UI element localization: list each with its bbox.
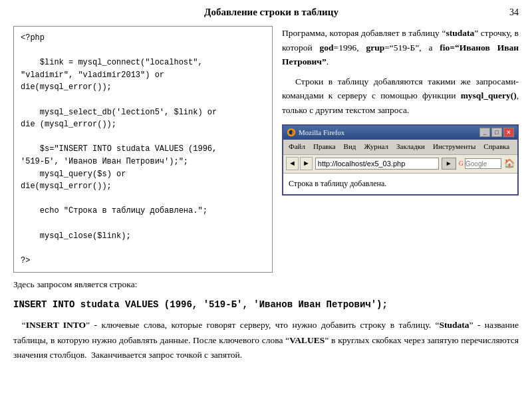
menu-history[interactable]: Журнал bbox=[360, 140, 392, 154]
back-button[interactable]: ◄ bbox=[286, 157, 299, 170]
menu-file[interactable]: Файл bbox=[285, 140, 309, 154]
firefox-toolbar: ◄ ► ► G 🏠 bbox=[283, 155, 517, 174]
explanation-text: “INSERT INTO” - ключевые слова, которые … bbox=[13, 318, 519, 362]
search-bar: G bbox=[459, 158, 501, 169]
menu-edit[interactable]: Правка bbox=[309, 140, 340, 154]
close-button[interactable]: ✕ bbox=[503, 128, 514, 137]
firefox-page-content: Строка в таблицу добавлена. bbox=[289, 179, 386, 188]
menu-tools[interactable]: Инструменты bbox=[429, 140, 479, 154]
left-panel: <?php $link = mysql_connect("localhost",… bbox=[13, 26, 273, 290]
url-bar[interactable] bbox=[315, 158, 439, 170]
firefox-title-left: Mozilla Firefox bbox=[287, 127, 344, 139]
menu-bookmarks[interactable]: Закладки bbox=[392, 140, 429, 154]
menu-help[interactable]: Справка bbox=[479, 140, 513, 154]
right-para2: Строки в таблицу добавляются такими же з… bbox=[282, 74, 519, 118]
code-block: <?php $link = mysql_connect("localhost",… bbox=[13, 26, 273, 273]
explanation: “INSERT INTO” - ключевые слова, которые … bbox=[13, 318, 519, 362]
menu-view[interactable]: Вид bbox=[340, 140, 360, 154]
right-panel: Программа, которая добавляет в таблицу “… bbox=[282, 26, 519, 290]
firefox-icon bbox=[287, 128, 296, 137]
firefox-menubar: Файл Правка Вид Журнал Закладки Инструме… bbox=[283, 140, 517, 155]
main-content: <?php $link = mysql_connect("localhost",… bbox=[13, 26, 519, 290]
minimize-button[interactable]: _ bbox=[479, 128, 490, 137]
firefox-titlebar: Mozilla Firefox _ □ ✕ bbox=[283, 126, 517, 140]
below-code-label: Здесь запросом является строка: bbox=[13, 279, 273, 290]
firefox-window: Mozilla Firefox _ □ ✕ Файл Правка Вид Жу… bbox=[282, 124, 519, 196]
home-icon[interactable]: 🏠 bbox=[504, 157, 515, 171]
query-line: INSERT INTO studata VALUES (1996, '519-Б… bbox=[13, 299, 519, 310]
search-engine-icon: G bbox=[459, 158, 464, 169]
page-header: Добавление строки в таблицу 34 bbox=[13, 7, 519, 18]
firefox-window-controls: _ □ ✕ bbox=[479, 128, 514, 137]
go-button[interactable]: ► bbox=[442, 158, 456, 170]
firefox-content: Строка в таблицу добавлена. bbox=[283, 174, 517, 194]
nav-arrows: ◄ ► bbox=[286, 157, 313, 170]
right-para1: Программа, которая добавляет в таблицу “… bbox=[282, 26, 519, 69]
query-section: INSERT INTO studata VALUES (1996, '519-Б… bbox=[13, 299, 519, 362]
forward-button[interactable]: ► bbox=[300, 157, 313, 170]
search-input[interactable] bbox=[465, 158, 501, 169]
firefox-title-text: Mozilla Firefox bbox=[299, 127, 344, 139]
maximize-button[interactable]: □ bbox=[491, 128, 502, 137]
page-title: Добавление строки в таблицу bbox=[33, 7, 509, 18]
page-number: 34 bbox=[509, 7, 519, 18]
